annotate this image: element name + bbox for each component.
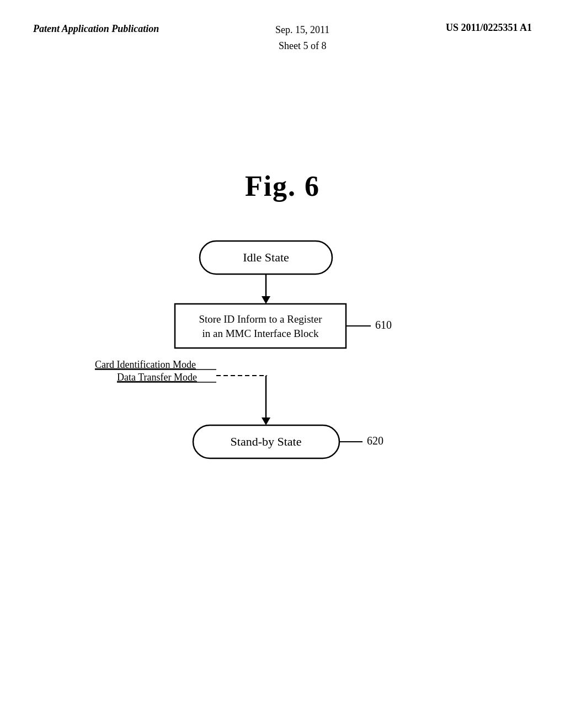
diagram-area: Idle State Store ID Inform to a Register…	[89, 235, 476, 511]
patent-number: US 2011/0225351 A1	[446, 22, 532, 33]
svg-text:Store ID Inform to a Register: Store ID Inform to a Register	[199, 313, 322, 325]
svg-text:620: 620	[367, 435, 383, 447]
svg-text:Stand-by State: Stand-by State	[231, 435, 302, 448]
svg-text:Card Identification Mode: Card Identification Mode	[95, 359, 196, 370]
svg-marker-3	[262, 296, 270, 304]
svg-marker-15	[262, 417, 270, 425]
svg-rect-4	[175, 304, 346, 348]
header-left: Patent Application Publication	[33, 22, 159, 36]
svg-text:Data Transfer Mode: Data Transfer Mode	[117, 372, 197, 383]
publication-label: Patent Application Publication	[33, 23, 159, 34]
diagram-svg: Idle State Store ID Inform to a Register…	[89, 235, 476, 511]
figure-title: Fig. 6	[33, 170, 532, 202]
svg-text:610: 610	[375, 319, 392, 331]
header-sheet: Sheet 5 of 8	[275, 38, 329, 54]
header-center: Sep. 15, 2011 Sheet 5 of 8	[275, 22, 329, 54]
page: Patent Application Publication Sep. 15, …	[0, 0, 565, 728]
header-right: US 2011/0225351 A1	[446, 22, 532, 34]
svg-text:in an MMC Interface Block: in an MMC Interface Block	[202, 328, 319, 339]
svg-text:Idle State: Idle State	[243, 250, 289, 264]
header-date: Sep. 15, 2011	[275, 22, 329, 38]
header: Patent Application Publication Sep. 15, …	[33, 22, 532, 60]
